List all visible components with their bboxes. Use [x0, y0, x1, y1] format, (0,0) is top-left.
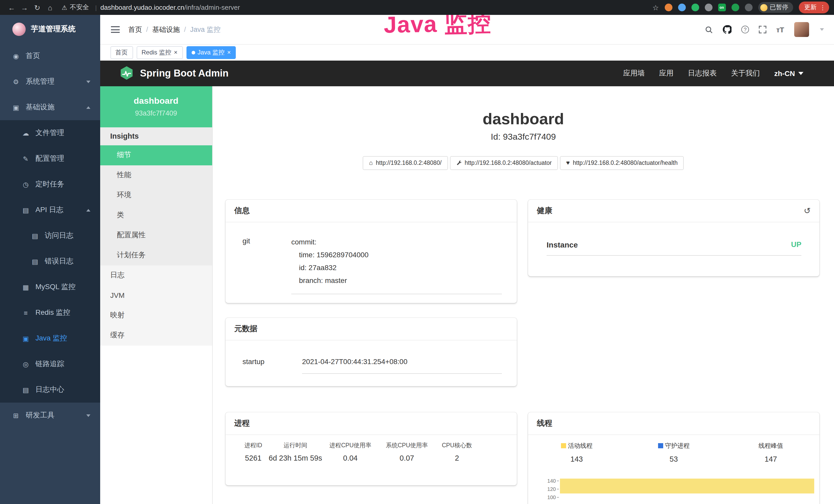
extension-leaf-icon[interactable] [731, 4, 739, 11]
metadata-row: startup 2021-04-27T00:44:31.254+08:00 [225, 340, 517, 373]
menu-item-caches[interactable]: 缓存 [100, 325, 212, 345]
instance-id-line: Id: 93a3fc7f7409 [213, 132, 834, 142]
sidebar-item-redis-monitor[interactable]: ≡ Redis 监控 [0, 300, 100, 325]
sidebar-item-java-monitor[interactable]: ▣ Java 监控 [0, 325, 100, 351]
tab-home[interactable]: 首页 [110, 46, 133, 59]
threads-chart: 140 120 100 [528, 477, 819, 500]
github-icon[interactable] [723, 25, 731, 34]
spring-boot-admin-logo [119, 66, 133, 81]
menu-item-mappings[interactable]: 映射 [100, 305, 212, 325]
history-icon[interactable]: ↺ [804, 206, 811, 215]
sidebar-item-label: 配置管理 [36, 154, 64, 163]
menu-item-jvm[interactable]: JVM [100, 285, 212, 305]
sidebar-item-infrastructure[interactable]: ▣ 基础设施 [0, 94, 100, 120]
extension-y-icon[interactable] [691, 4, 699, 11]
back-icon[interactable]: ← [5, 3, 18, 12]
col-value: 2 [455, 454, 459, 462]
sba-nav-about[interactable]: 关于我们 [731, 69, 760, 78]
locale-select[interactable]: zh-CN [774, 69, 803, 77]
info-key: git [242, 235, 291, 294]
update-button[interactable]: 更新 ⋮ [798, 2, 829, 13]
menu-item-config-props[interactable]: 配置属性 [100, 225, 212, 245]
sidebar-item-mysql-monitor[interactable]: ▦ MySQL 监控 [0, 274, 100, 300]
instance-name: dashboard [134, 96, 178, 106]
trace-icon: ◎ [20, 360, 32, 368]
col-value: 6d 23h 15m 59s [269, 454, 322, 462]
extension-paw-icon[interactable] [745, 4, 752, 11]
sidebar-item-label: 基础设施 [26, 103, 54, 112]
sba-sidebar: dashboard 93a3fc7f7409 Insights 细节 性能 环境… [100, 86, 213, 504]
health-url-link[interactable]: ♥ http://192.168.0.2:48080/actuator/heal… [560, 156, 684, 170]
forward-icon[interactable]: → [18, 3, 31, 12]
paused-badge[interactable]: 已暂停 [758, 2, 793, 13]
sba-title[interactable]: Spring Boot Admin [140, 68, 228, 79]
metadata-card: 元数据 startup 2021-04-27T00:44:31.254+08:0… [225, 318, 517, 386]
dashboard-icon: ◉ [10, 52, 22, 60]
reload-icon[interactable]: ↻ [31, 3, 44, 12]
menu-item-performance[interactable]: 性能 [100, 165, 212, 185]
menu-item-environment[interactable]: 环境 [100, 185, 212, 205]
close-icon[interactable]: × [227, 49, 231, 56]
legend-label: 活动线程 [568, 441, 593, 450]
live-threads-area [560, 478, 814, 493]
sidebar-item-label: MySQL 监控 [36, 282, 75, 292]
breadcrumb-home[interactable]: 首页 [128, 25, 142, 34]
health-row[interactable]: Instance UP [547, 234, 802, 255]
sidebar-item-dev-tools[interactable]: ⊞ 研发工具 [0, 403, 100, 428]
breadcrumb-infrastructure[interactable]: 基础设施 [152, 25, 180, 34]
legend-value: 143 [570, 455, 583, 463]
sidebar-item-config-manage[interactable]: ✎ 配置管理 [0, 146, 100, 171]
bookmark-star-icon[interactable]: ☆ [652, 3, 659, 12]
font-size-icon[interactable]: тT [776, 25, 784, 33]
sidebar-item-label: 研发工具 [26, 411, 54, 420]
service-url-link[interactable]: ⌂ http://192.168.0.2:48080/ [363, 156, 448, 170]
search-icon[interactable] [705, 25, 713, 33]
menu-item-classes[interactable]: 类 [100, 205, 212, 225]
menu-item-logs[interactable]: 日志 [100, 265, 212, 285]
error-log-icon: ▤ [29, 257, 41, 265]
sidebar-item-trace[interactable]: ◎ 链路追踪 [0, 351, 100, 377]
collapse-sidebar-icon[interactable] [111, 26, 119, 33]
y-tick: 140 [547, 478, 556, 483]
process-col-cpu: 进程CPU使用率 0.04 [322, 441, 379, 462]
help-icon[interactable]: ? [741, 26, 749, 33]
sidebar-item-error-log[interactable]: ▤ 错误日志 [0, 249, 100, 274]
legend-blue-swatch [658, 443, 663, 448]
instance-label: Instance [547, 240, 578, 249]
sba-nav-applications[interactable]: 应用 [659, 69, 674, 78]
extensions-puzzle-icon[interactable] [705, 4, 712, 11]
extension-drop-icon[interactable] [678, 4, 685, 11]
home-icon[interactable]: ⌂ [44, 3, 57, 12]
sba-main: dashboard Id: 93a3fc7f7409 ⌂ http://192.… [213, 86, 834, 504]
close-icon[interactable]: × [174, 49, 177, 56]
security-chip[interactable]: ⚠ 不安全 | [62, 3, 101, 12]
fullscreen-icon[interactable] [759, 26, 766, 33]
sidebar-item-system-manage[interactable]: ⚙ 系统管理 [0, 69, 100, 94]
sidebar-item-scheduled-task[interactable]: ◷ 定时任务 [0, 171, 100, 197]
menu-item-details[interactable]: 细节 [100, 145, 212, 165]
sidebar-item-home[interactable]: ◉ 首页 [0, 43, 100, 69]
col-label: 进程CPU使用率 [329, 441, 371, 449]
tab-redis-monitor[interactable]: Redis 监控 × [136, 46, 183, 59]
instance-id: 93a3fc7f7409 [135, 109, 177, 117]
sba-nav-wallboard[interactable]: 应用墙 [623, 69, 645, 78]
threads-card: 线程 活动线程 143 守护进程 53 线程峰值 147 [528, 412, 819, 504]
app-header: 首页 / 基础设施 / Java 监控 ? тT [100, 15, 834, 45]
sba-nav-journal[interactable]: 日志报表 [688, 69, 717, 78]
tab-java-monitor[interactable]: Java 监控 × [186, 46, 236, 59]
avatar[interactable] [794, 22, 809, 37]
sba-instance-header[interactable]: dashboard 93a3fc7f7409 [100, 86, 212, 127]
browser-menu-icon[interactable]: ⋮ [820, 4, 826, 11]
actuator-url-link[interactable]: http://192.168.0.2:48080/actuator [450, 156, 558, 170]
menu-item-scheduled-tasks[interactable]: 计划任务 [100, 245, 212, 265]
sidebar-item-access-log[interactable]: ▤ 访问日志 [0, 223, 100, 249]
sidebar-item-log-center[interactable]: ▤ 日志中心 [0, 377, 100, 403]
browser-toolbar: ← → ↻ ⌂ ⚠ 不安全 | dashboard.yudao.iocoder.… [0, 0, 834, 15]
extension-on-badge-icon[interactable]: on [718, 4, 726, 11]
sidebar-item-file-manage[interactable]: ☁ 文件管理 [0, 120, 100, 146]
address-bar[interactable]: dashboard.yudao.iocoder.cn/infra/admin-s… [101, 4, 240, 11]
info-card: 信息 git commit: time: 1596289704000 id: 2… [225, 200, 517, 303]
schedule-icon: ◷ [20, 181, 32, 188]
extension-fox-icon[interactable] [664, 4, 672, 11]
sidebar-item-api-log[interactable]: ▤ API 日志 [0, 197, 100, 223]
